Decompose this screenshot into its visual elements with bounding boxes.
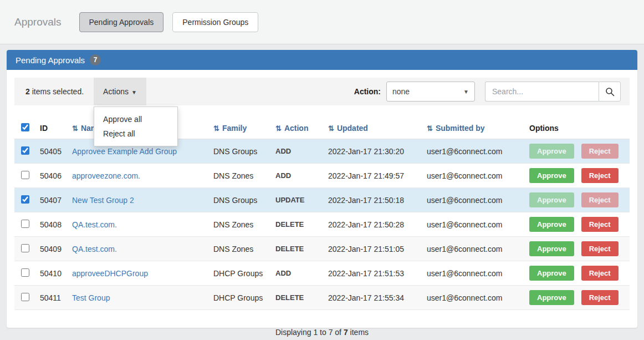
row-id: 50410 <box>35 261 68 286</box>
table-row: 50409 QA.test.com. DNS Zones DELETE 2022… <box>14 237 630 261</box>
approve-button[interactable]: Approve <box>529 144 574 159</box>
reject-button[interactable]: Reject <box>581 266 619 281</box>
col-submitted-by[interactable]: ⇅Submitted by <box>422 118 525 139</box>
row-action: UPDATE <box>271 188 324 212</box>
actions-dropdown-wrap: Actions▼ Approve all Reject all <box>94 78 146 105</box>
sort-icon: ⇅ <box>275 124 282 133</box>
pending-approvals-panel: Pending Approvals 7 2 items selected. Ac… <box>7 50 637 328</box>
row-name-link[interactable]: Approvee Example Add Group <box>72 147 177 156</box>
table-row: 50411 Test Group DHCP Groups DELETE 2022… <box>14 286 630 310</box>
caret-down-icon: ▼ <box>463 89 469 95</box>
selected-info: 2 items selected. <box>14 87 94 96</box>
col-family[interactable]: ⇅Family <box>209 118 271 139</box>
row-name-link[interactable]: approveeDHCPGroup <box>72 269 148 278</box>
selected-label: items selected. <box>32 87 84 96</box>
row-family: DNS Groups <box>209 188 271 212</box>
sort-icon: ⇅ <box>213 124 219 133</box>
row-updated: 2022-Jan-17 21:51:53 <box>324 261 422 286</box>
pagination-prefix: Displaying 1 to 7 of <box>275 328 344 337</box>
row-family: DHCP Groups <box>209 286 271 310</box>
col-options: Options <box>525 118 630 139</box>
approve-button[interactable]: Approve <box>529 192 574 207</box>
approvals-table: ID ⇅Name ⇅Family ⇅Action ⇅Updated ⇅Submi… <box>14 118 630 310</box>
row-name-link[interactable]: QA.test.com. <box>72 220 117 229</box>
table-body: 50405 Approvee Example Add Group DNS Gro… <box>14 139 630 310</box>
panel-title: Pending Approvals <box>16 55 85 65</box>
pagination-status: Displaying 1 to 7 of 7 items <box>14 328 630 337</box>
reject-button[interactable]: Reject <box>581 290 619 305</box>
row-action: DELETE <box>271 237 324 261</box>
row-submitted-by: user1@6connect.com <box>422 261 525 286</box>
row-checkbox[interactable] <box>21 268 29 277</box>
row-id: 50407 <box>35 188 68 212</box>
approve-button[interactable]: Approve <box>529 168 574 183</box>
tab-permission-groups[interactable]: Permission Groups <box>172 12 258 32</box>
approve-button[interactable]: Approve <box>529 266 574 281</box>
row-family: DHCP Groups <box>209 261 271 286</box>
row-submitted-by: user1@6connect.com <box>422 237 525 261</box>
row-checkbox[interactable] <box>21 220 29 228</box>
pagination-suffix: items <box>348 328 369 337</box>
table-row: 50410 approveeDHCPGroup DHCP Groups ADD … <box>14 261 630 286</box>
sort-icon: ⇅ <box>72 124 78 133</box>
row-id: 50411 <box>35 286 68 310</box>
row-submitted-by: user1@6connect.com <box>422 212 525 237</box>
approve-button[interactable]: Approve <box>529 241 574 256</box>
search-icon <box>605 87 615 97</box>
caret-down-icon: ▼ <box>131 89 137 95</box>
approve-button[interactable]: Approve <box>529 290 574 305</box>
action-label: Action: <box>354 87 381 96</box>
row-checkbox[interactable] <box>21 171 29 179</box>
sort-icon: ⇅ <box>328 124 334 133</box>
row-action: DELETE <box>271 286 324 310</box>
row-id: 50405 <box>35 139 68 164</box>
row-checkbox[interactable] <box>21 293 29 301</box>
selected-count: 2 <box>25 87 30 96</box>
row-name-link[interactable]: QA.test.com. <box>72 245 117 253</box>
row-name-link[interactable]: Test Group <box>72 293 110 302</box>
table-row: 50408 QA.test.com. DNS Zones DELETE 2022… <box>14 212 630 237</box>
col-updated[interactable]: ⇅Updated <box>324 118 422 139</box>
actions-button[interactable]: Actions▼ <box>94 78 146 105</box>
reject-button[interactable]: Reject <box>581 168 619 183</box>
count-badge: 7 <box>90 54 101 65</box>
action-select[interactable]: none ▼ <box>386 82 475 102</box>
row-checkbox[interactable] <box>21 244 29 252</box>
toolbar-right: Action: none ▼ <box>354 82 630 102</box>
approve-button[interactable]: Approve <box>529 217 574 232</box>
table-row: 50407 New Test Group 2 DNS Groups UPDATE… <box>14 188 630 212</box>
page-title: Approvals <box>14 16 62 28</box>
row-submitted-by: user1@6connect.com <box>422 286 525 310</box>
row-updated: 2022-Jan-17 21:49:57 <box>324 164 422 188</box>
row-updated: 2022-Jan-17 21:50:28 <box>324 212 422 237</box>
row-updated: 2022-Jan-17 21:50:18 <box>324 188 422 212</box>
row-action: ADD <box>271 164 324 188</box>
col-id: ID <box>35 118 68 139</box>
row-name-link[interactable]: approveezone.com. <box>72 171 140 180</box>
tab-pending-approvals[interactable]: Pending Approvals <box>79 12 164 32</box>
reject-button[interactable]: Reject <box>581 144 619 159</box>
row-submitted-by: user1@6connect.com <box>422 188 525 212</box>
row-family: DNS Zones <box>209 164 271 188</box>
reject-button[interactable]: Reject <box>581 192 619 207</box>
action-select-value: none <box>392 87 410 96</box>
panel-body: 2 items selected. Actions▼ Approve all R… <box>7 70 637 340</box>
row-action: DELETE <box>271 212 324 237</box>
row-action: ADD <box>271 261 324 286</box>
top-bar: Approvals Pending Approvals Permission G… <box>0 0 644 44</box>
reject-button[interactable]: Reject <box>581 217 619 232</box>
search-input[interactable] <box>485 82 599 102</box>
row-checkbox[interactable] <box>21 146 29 155</box>
reject-button[interactable]: Reject <box>581 241 619 256</box>
actions-menu: Approve all Reject all <box>94 106 178 146</box>
search-button[interactable] <box>599 82 621 102</box>
col-action[interactable]: ⇅Action <box>271 118 324 139</box>
row-checkbox[interactable] <box>21 195 29 204</box>
row-family: DNS Zones <box>209 212 271 237</box>
row-name-link[interactable]: New Test Group 2 <box>72 196 134 205</box>
menu-item-reject-all[interactable]: Reject all <box>94 126 177 141</box>
row-id: 50409 <box>35 237 68 261</box>
menu-item-approve-all[interactable]: Approve all <box>94 112 177 126</box>
row-action: ADD <box>271 139 324 164</box>
select-all-checkbox[interactable] <box>21 123 29 131</box>
